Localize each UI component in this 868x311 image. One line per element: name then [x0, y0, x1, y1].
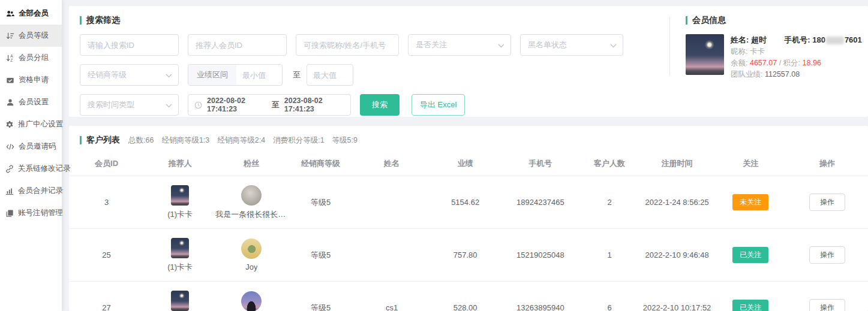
table-header: 会员ID 推荐人 粉丝 经销商等级 姓名 业绩 手机号 客户人数 注册时间 关注…	[69, 152, 868, 176]
blacklist-status-placeholder: 黑名单状态	[528, 40, 567, 50]
sort-level-icon	[5, 31, 14, 40]
link-icon	[5, 164, 14, 173]
stat-level5: 等级5:9	[332, 135, 358, 146]
stat-points-level: 消费积分等级:1	[273, 135, 324, 146]
referrer-avatar	[171, 238, 189, 258]
sidebar-item-merge-log[interactable]: 会员合并记录	[0, 180, 62, 202]
referrer-avatar	[171, 185, 189, 206]
table-row: 25 (1)卡卡 Joy 等级5 757.80 15219025048 1 20…	[69, 228, 868, 281]
sidebar-item-promotion-settings[interactable]: 推广中心设置	[0, 113, 62, 135]
follow-status-select[interactable]: 是否关注	[408, 34, 511, 56]
sidebar-item-qualification[interactable]: 资格申请	[0, 69, 62, 91]
sidebar-item-label: 会员邀请码	[19, 141, 56, 152]
cell-name: cs1	[355, 303, 430, 311]
member-info-title-text: 会员信息	[692, 15, 726, 26]
stat-dealer-level1: 经销商等级1:3	[161, 135, 209, 146]
sidebar-item-invite-code[interactable]: 会员邀请码	[0, 135, 62, 158]
name-label: 姓名:	[731, 35, 749, 44]
performance-max-group	[307, 64, 353, 86]
export-excel-button[interactable]: 导出 Excel	[412, 94, 465, 116]
sidebar-item-label: 账号注销管理	[18, 208, 63, 218]
chevron-down-icon	[166, 71, 172, 80]
fan-avatar	[241, 185, 262, 206]
performance-max-input[interactable]	[307, 71, 353, 80]
cell-referrer: (1)卡卡	[144, 185, 216, 220]
filter-title-text: 搜索筛选	[86, 15, 120, 26]
cell-register-time: 2022-2-10 10:17:52	[639, 303, 714, 311]
sort-alpha-icon: AZ	[5, 53, 14, 62]
time-type-select[interactable]: 搜索时间类型	[80, 94, 179, 116]
cell-customer-count: 6	[579, 303, 639, 311]
qualification-icon	[5, 76, 14, 84]
name-value: 超时	[751, 35, 767, 44]
col-action: 操作	[786, 158, 868, 169]
top-card: 搜索筛选 是否关注 黑名单状态 经销商等级	[69, 6, 868, 117]
bar-chart-icon	[5, 186, 14, 195]
cell-dealer-level: 等级5	[287, 197, 355, 208]
col-dealer-level: 经销商等级	[287, 158, 355, 169]
points-value: 18.96	[803, 59, 821, 67]
row-action-button[interactable]: 操作	[809, 246, 845, 264]
phone-label: 手机号:	[784, 35, 810, 44]
points-label: 积分:	[783, 59, 800, 67]
member-nickname-line: 昵称: 卡卡	[731, 46, 862, 58]
member-balance-line: 余额: 4657.07 / 积分: 18.96	[731, 58, 862, 69]
cell-dealer-level: 等级5	[287, 303, 355, 311]
keyword-input[interactable]	[296, 34, 399, 56]
gear-icon	[5, 120, 14, 129]
code-icon	[5, 142, 14, 151]
search-id-input[interactable]	[80, 34, 179, 56]
phone-suffix: 7601	[845, 35, 862, 44]
dealer-level-select[interactable]: 经销商等级	[80, 64, 179, 86]
stat-total: 总数:66	[128, 135, 154, 146]
row-action-button[interactable]: 操作	[809, 299, 845, 311]
balance-points-separator: /	[779, 59, 781, 67]
referrer-name: (1)卡卡	[167, 209, 193, 220]
filter-title: 搜索筛选	[80, 15, 659, 26]
sidebar-item-member-level[interactable]: 会员等级	[0, 25, 62, 47]
col-performance: 业绩	[430, 158, 501, 169]
follow-status-placeholder: 是否关注	[416, 40, 447, 50]
cell-referrer: (1)卡卡	[144, 291, 216, 311]
stat-dealer-level2: 经销商等级2:4	[217, 135, 265, 146]
chevron-down-icon	[498, 41, 504, 50]
sidebar-item-relation-log[interactable]: 关系链修改记录	[0, 158, 62, 180]
clock-icon	[194, 101, 202, 109]
search-button[interactable]: 搜索	[360, 94, 400, 116]
sidebar-item-member-settings[interactable]: 会员设置	[0, 91, 62, 113]
referrer-id-input[interactable]	[188, 34, 287, 56]
sidebar-item-label: 推广中心设置	[18, 119, 63, 129]
fan-name: Joy	[245, 262, 257, 271]
cell-fan: Joy	[216, 238, 287, 271]
member-icon	[5, 98, 14, 107]
blacklist-status-select[interactable]: 黑名单状态	[520, 34, 623, 56]
dealer-level-placeholder: 经销商等级	[88, 70, 127, 80]
title-accent-bar	[80, 16, 82, 25]
sidebar-item-label: 会员设置	[19, 97, 49, 107]
col-member-id: 会员ID	[69, 158, 144, 169]
member-avatar	[686, 34, 724, 75]
cell-phone: 15219025048	[501, 250, 580, 259]
search-filter-panel: 搜索筛选 是否关注 黑名单状态 经销商等级	[69, 6, 669, 117]
follow-status-badge: 已关注	[732, 247, 768, 263]
referrer-avatar	[171, 291, 189, 311]
col-fan: 粉丝	[216, 158, 287, 169]
fan-avatar	[241, 238, 262, 259]
cell-referrer: (1)卡卡	[144, 238, 216, 273]
date-range-picker[interactable]: 2022-08-02 17:41:23 至 2023-08-02 17:41:2…	[188, 94, 351, 116]
performance-range-label: 业绩区间	[188, 65, 236, 85]
sidebar-item-label: 全部会员	[19, 8, 49, 19]
member-name-phone-line: 姓名: 超时 手机号: 1807601	[731, 34, 862, 46]
follow-status-badge: 未关注	[732, 194, 768, 210]
sidebar-item-label: 会员分组	[19, 53, 49, 63]
performance-min-input[interactable]	[236, 71, 282, 80]
sidebar-item-member-group[interactable]: AZ 会员分组	[0, 47, 62, 69]
date-end: 2023-08-02 17:41:23	[284, 96, 344, 113]
row-action-button[interactable]: 操作	[809, 194, 845, 211]
sidebar-item-all-members[interactable]: 全部会员	[0, 2, 62, 25]
sidebar-item-account-cancel[interactable]: 账号注销管理	[0, 202, 62, 224]
nickname-label: 昵称:	[731, 47, 747, 56]
col-customer-count: 客户人数	[579, 158, 639, 169]
table-row: 27 (1)卡卡 Lazy Cat 等级5 cs1 528.00 1326389…	[69, 281, 868, 311]
team-performance-label: 团队业绩:	[731, 70, 762, 78]
